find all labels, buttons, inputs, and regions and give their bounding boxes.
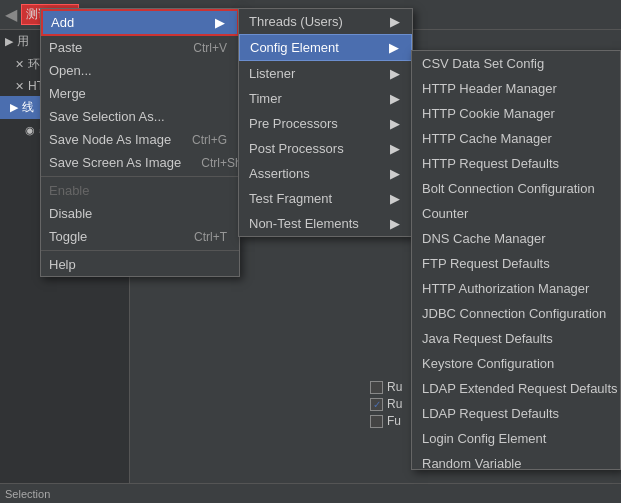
menu-item-open-label: Open... xyxy=(49,63,92,78)
menu-item-help-label: Help xyxy=(49,257,76,272)
checkbox-label-2: Fu xyxy=(387,414,401,428)
menu-l3-csv-label: CSV Data Set Config xyxy=(422,56,544,71)
menu-l3-ldap-label: LDAP Request Defaults xyxy=(422,406,559,421)
context-menu-l2: Threads (Users) ▶ Config Element ▶ Liste… xyxy=(238,8,413,237)
menu-l2-non-test[interactable]: Non-Test Elements ▶ xyxy=(239,211,412,236)
menu-l2-listener-label: Listener xyxy=(249,66,295,81)
menu-l3-bolt-label: Bolt Connection Configuration xyxy=(422,181,595,196)
menu-item-save-node-shortcut: Ctrl+G xyxy=(192,133,227,147)
menu-l2-test-fragment-label: Test Fragment xyxy=(249,191,332,206)
menu-l3-http-cache-label: HTTP Cache Manager xyxy=(422,131,552,146)
menu-l2-timer[interactable]: Timer ▶ xyxy=(239,86,412,111)
menu-item-disable-label: Disable xyxy=(49,206,92,221)
menu-l2-pre-arrow: ▶ xyxy=(390,116,400,131)
menu-item-save-node[interactable]: Save Node As Image Ctrl+G xyxy=(41,128,239,151)
menu-l3-ftp[interactable]: FTP Request Defaults xyxy=(412,251,620,276)
menu-l2-non-test-label: Non-Test Elements xyxy=(249,216,359,231)
menu-l3-login-label: Login Config Element xyxy=(422,431,546,446)
tree-label-3: 线 xyxy=(22,99,34,116)
menu-item-add[interactable]: Add ▶ xyxy=(41,9,239,36)
menu-l3-http-request-label: HTTP Request Defaults xyxy=(422,156,559,171)
tree-icon-4: ◉ xyxy=(25,124,35,137)
checkbox-0[interactable] xyxy=(370,381,383,394)
menu-l3-http-header-label: HTTP Header Manager xyxy=(422,81,557,96)
menu-item-toggle[interactable]: Toggle Ctrl+T xyxy=(41,225,239,248)
menu-item-save-selection[interactable]: Save Selection As... xyxy=(41,105,239,128)
menu-l3-java-label: Java Request Defaults xyxy=(422,331,553,346)
menu-l2-test-fragment[interactable]: Test Fragment ▶ xyxy=(239,186,412,211)
menu-l3-dns-label: DNS Cache Manager xyxy=(422,231,546,246)
menu-l3-counter[interactable]: Counter xyxy=(412,201,620,226)
menu-l3-http-request[interactable]: HTTP Request Defaults xyxy=(412,151,620,176)
menu-l3-dns[interactable]: DNS Cache Manager xyxy=(412,226,620,251)
menu-l2-post-arrow: ▶ xyxy=(390,141,400,156)
menu-l3-bolt[interactable]: Bolt Connection Configuration xyxy=(412,176,620,201)
tree-label-0: 用 xyxy=(17,33,29,50)
menu-l2-config[interactable]: Config Element ▶ xyxy=(239,34,412,61)
menu-l2-assertions-arrow: ▶ xyxy=(390,166,400,181)
menu-item-help[interactable]: Help xyxy=(41,253,239,276)
menu-l3-http-cookie-label: HTTP Cookie Manager xyxy=(422,106,555,121)
menu-item-disable[interactable]: Disable xyxy=(41,202,239,225)
menu-l3-jdbc[interactable]: JDBC Connection Configuration xyxy=(412,301,620,326)
tree-icon-2: ✕ xyxy=(15,80,24,93)
menu-item-save-screen-label: Save Screen As Image xyxy=(49,155,181,170)
right-panel-checkboxes: Ru Ru Fu xyxy=(370,380,410,431)
menu-item-add-arrow: ▶ xyxy=(215,15,225,30)
menu-l3-random[interactable]: Random Variable xyxy=(412,451,620,470)
menu-item-add-label: Add xyxy=(51,15,74,30)
menu-l2-non-test-arrow: ▶ xyxy=(390,216,400,231)
menu-l2-threads[interactable]: Threads (Users) ▶ xyxy=(239,9,412,34)
separator-1 xyxy=(41,176,239,177)
status-bar: Selection xyxy=(0,483,621,503)
menu-l3-ldap-ext[interactable]: LDAP Extended Request Defaults xyxy=(412,376,620,401)
menu-l2-timer-arrow: ▶ xyxy=(390,91,400,106)
checkbox-label-0: Ru xyxy=(387,380,402,394)
menu-item-paste-label: Paste xyxy=(49,40,82,55)
menu-item-save-screen[interactable]: Save Screen As Image Ctrl+Shift+G xyxy=(41,151,239,174)
menu-item-paste[interactable]: Paste Ctrl+V xyxy=(41,36,239,59)
menu-l3-http-header[interactable]: HTTP Header Manager xyxy=(412,76,620,101)
menu-item-enable: Enable xyxy=(41,179,239,202)
toolbar-icon-1: ◀ xyxy=(5,5,17,24)
menu-l2-threads-arrow: ▶ xyxy=(390,14,400,29)
tree-icon-1: ✕ xyxy=(15,58,24,71)
menu-l2-timer-label: Timer xyxy=(249,91,282,106)
menu-l3-ldap[interactable]: LDAP Request Defaults xyxy=(412,401,620,426)
menu-l3-login[interactable]: Login Config Element xyxy=(412,426,620,451)
menu-l3-keystore[interactable]: Keystore Configuration xyxy=(412,351,620,376)
menu-item-toggle-label: Toggle xyxy=(49,229,87,244)
menu-l3-counter-label: Counter xyxy=(422,206,468,221)
menu-l2-assertions-label: Assertions xyxy=(249,166,310,181)
tree-icon-0: ▶ xyxy=(5,35,13,48)
menu-l3-ftp-label: FTP Request Defaults xyxy=(422,256,550,271)
menu-l3-http-auth-label: HTTP Authorization Manager xyxy=(422,281,589,296)
menu-l2-post[interactable]: Post Processors ▶ xyxy=(239,136,412,161)
checkbox-row-2: Fu xyxy=(370,414,410,428)
menu-l2-post-label: Post Processors xyxy=(249,141,344,156)
menu-l3-http-cache[interactable]: HTTP Cache Manager xyxy=(412,126,620,151)
menu-l2-config-label: Config Element xyxy=(250,40,339,55)
tree-label-1: 环 xyxy=(28,56,40,73)
menu-item-merge-label: Merge xyxy=(49,86,86,101)
menu-item-enable-label: Enable xyxy=(49,183,89,198)
menu-l3-java[interactable]: Java Request Defaults xyxy=(412,326,620,351)
menu-l2-pre[interactable]: Pre Processors ▶ xyxy=(239,111,412,136)
menu-l3-http-cookie[interactable]: HTTP Cookie Manager xyxy=(412,101,620,126)
checkbox-2[interactable] xyxy=(370,415,383,428)
menu-l2-listener[interactable]: Listener ▶ xyxy=(239,61,412,86)
menu-l3-http-auth[interactable]: HTTP Authorization Manager xyxy=(412,276,620,301)
menu-l2-assertions[interactable]: Assertions ▶ xyxy=(239,161,412,186)
menu-item-paste-shortcut: Ctrl+V xyxy=(193,41,227,55)
menu-item-merge[interactable]: Merge xyxy=(41,82,239,105)
checkbox-1[interactable] xyxy=(370,398,383,411)
checkbox-label-1: Ru xyxy=(387,397,402,411)
menu-item-toggle-shortcut: Ctrl+T xyxy=(194,230,227,244)
menu-l3-keystore-label: Keystore Configuration xyxy=(422,356,554,371)
menu-l3-ldap-ext-label: LDAP Extended Request Defaults xyxy=(422,381,618,396)
menu-item-open[interactable]: Open... xyxy=(41,59,239,82)
menu-l3-jdbc-label: JDBC Connection Configuration xyxy=(422,306,606,321)
menu-l2-config-arrow: ▶ xyxy=(389,40,399,55)
menu-l3-csv[interactable]: CSV Data Set Config xyxy=(412,51,620,76)
menu-l3-random-label: Random Variable xyxy=(422,456,521,470)
